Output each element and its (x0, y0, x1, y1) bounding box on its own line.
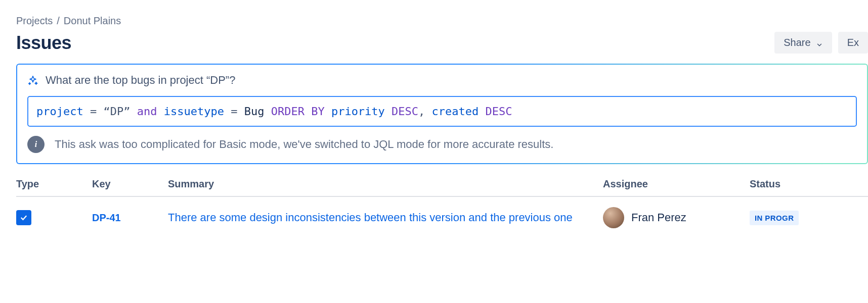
jql-token: and (137, 105, 157, 118)
jql-token (479, 105, 485, 118)
page-title: Issues (16, 32, 71, 54)
jql-token (385, 105, 392, 118)
issue-table: Type Key Summary Assignee Status DP-41 T… (16, 178, 868, 238)
jql-token (325, 105, 331, 118)
jql-token: Bug (244, 105, 265, 118)
jql-token: = (224, 105, 244, 118)
jql-token: issuetype (164, 105, 224, 118)
issue-key-link[interactable]: DP-41 (92, 212, 121, 223)
breadcrumb: Projects / Donut Plains (16, 15, 868, 27)
jql-token (157, 105, 163, 118)
jql-token: DESC (392, 105, 418, 118)
export-button[interactable]: Ex (838, 32, 868, 54)
issue-type-task-icon (16, 210, 31, 225)
breadcrumb-project[interactable]: Donut Plains (64, 15, 121, 27)
jql-token: “DP” (103, 105, 130, 118)
share-button[interactable]: Share (774, 32, 832, 54)
chevron-down-icon (816, 39, 823, 46)
jql-token (130, 105, 137, 118)
page-header: Issues Share Ex (16, 32, 868, 54)
col-type[interactable]: Type (16, 178, 92, 190)
table-row[interactable]: DP-41 There are some design inconsistenc… (16, 197, 868, 238)
ai-prompt-text[interactable]: What are the top bugs in project “DP”? (46, 74, 235, 87)
jql-token: created (432, 105, 479, 118)
jql-token (425, 105, 431, 118)
issue-summary-link[interactable]: There are some design inconsistencies be… (168, 211, 583, 224)
jql-input[interactable]: project = “DP” and issuetype = Bug ORDER… (27, 96, 857, 127)
jql-token: , (418, 105, 425, 118)
avatar (603, 207, 624, 228)
ai-query-panel: What are the top bugs in project “DP”? p… (16, 64, 868, 164)
info-icon: i (27, 136, 45, 153)
jql-token: DESC (486, 105, 512, 118)
header-actions: Share Ex (774, 32, 868, 54)
type-cell (16, 210, 92, 225)
sparkle-icon (27, 75, 38, 86)
breadcrumb-root[interactable]: Projects (16, 15, 53, 27)
assignee-name: Fran Perez (631, 211, 686, 224)
assignee-cell[interactable]: Fran Perez (603, 207, 750, 228)
jql-token (264, 105, 271, 118)
jql-token: = (83, 105, 104, 118)
info-text: This ask was too complicated for Basic m… (55, 138, 553, 151)
jql-token: project (36, 105, 83, 118)
col-key[interactable]: Key (92, 178, 168, 190)
share-button-label: Share (784, 37, 810, 48)
jql-token: priority (331, 105, 385, 118)
col-assignee[interactable]: Assignee (603, 178, 750, 190)
ai-prompt-row: What are the top bugs in project “DP”? (27, 74, 857, 87)
info-bar: i This ask was too complicated for Basic… (27, 136, 857, 153)
table-header-row: Type Key Summary Assignee Status (16, 178, 868, 197)
status-badge[interactable]: IN PROGR (750, 211, 799, 225)
col-summary[interactable]: Summary (168, 178, 603, 190)
export-button-label: Ex (847, 37, 859, 48)
col-status[interactable]: Status (750, 178, 868, 190)
jql-token: ORDER BY (271, 105, 325, 118)
breadcrumb-separator: / (57, 15, 60, 27)
